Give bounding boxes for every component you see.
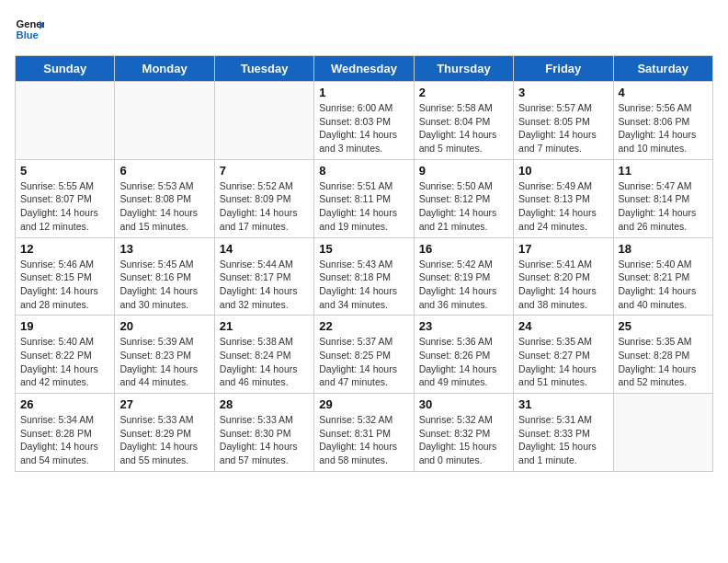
- cell-info: Sunrise: 5:50 AM Sunset: 8:12 PM Dayligh…: [419, 179, 508, 234]
- day-number: 31: [518, 397, 608, 411]
- calendar-cell: 25Sunrise: 5:35 AM Sunset: 8:28 PM Dayli…: [613, 316, 712, 394]
- calendar-cell: 30Sunrise: 5:32 AM Sunset: 8:32 PM Dayli…: [414, 394, 513, 472]
- day-number: 26: [20, 397, 109, 411]
- calendar-cell: 9Sunrise: 5:50 AM Sunset: 8:12 PM Daylig…: [414, 159, 513, 237]
- calendar-cell: [613, 394, 712, 472]
- day-number: 9: [419, 164, 508, 178]
- weekday-header-monday: Monday: [115, 56, 214, 82]
- day-number: 11: [619, 164, 708, 178]
- cell-info: Sunrise: 5:53 AM Sunset: 8:08 PM Dayligh…: [119, 179, 209, 234]
- day-number: 25: [619, 319, 708, 333]
- calendar-cell: 15Sunrise: 5:43 AM Sunset: 8:18 PM Dayli…: [314, 237, 414, 316]
- calendar-cell: 22Sunrise: 5:37 AM Sunset: 8:25 PM Dayli…: [314, 316, 414, 394]
- calendar-cell: 20Sunrise: 5:39 AM Sunset: 8:23 PM Dayli…: [115, 316, 214, 394]
- day-number: 13: [119, 242, 209, 256]
- day-number: 5: [20, 164, 109, 178]
- cell-info: Sunrise: 5:32 AM Sunset: 8:31 PM Dayligh…: [319, 413, 408, 467]
- calendar-cell: 1Sunrise: 6:00 AM Sunset: 8:03 PM Daylig…: [314, 82, 414, 160]
- calendar-cell: 18Sunrise: 5:40 AM Sunset: 8:21 PM Dayli…: [613, 237, 712, 316]
- calendar-cell: [115, 82, 214, 160]
- day-number: 3: [518, 86, 608, 99]
- svg-text:Blue: Blue: [17, 29, 39, 40]
- day-number: 7: [220, 164, 309, 178]
- day-number: 30: [419, 397, 508, 411]
- day-number: 16: [419, 242, 508, 256]
- day-number: 17: [518, 242, 608, 256]
- day-number: 20: [119, 319, 209, 333]
- calendar-table: SundayMondayTuesdayWednesdayThursdayFrid…: [15, 55, 713, 472]
- day-number: 18: [619, 242, 708, 256]
- weekday-header-wednesday: Wednesday: [314, 56, 414, 82]
- cell-info: Sunrise: 5:44 AM Sunset: 8:17 PM Dayligh…: [220, 258, 309, 312]
- cell-info: Sunrise: 5:57 AM Sunset: 8:05 PM Dayligh…: [518, 101, 608, 155]
- calendar-cell: 13Sunrise: 5:45 AM Sunset: 8:16 PM Dayli…: [115, 237, 214, 316]
- day-number: 6: [119, 164, 209, 178]
- calendar-cell: [214, 82, 313, 160]
- cell-info: Sunrise: 6:00 AM Sunset: 8:03 PM Dayligh…: [319, 101, 408, 155]
- cell-info: Sunrise: 5:40 AM Sunset: 8:21 PM Dayligh…: [619, 258, 708, 312]
- calendar-cell: 2Sunrise: 5:58 AM Sunset: 8:04 PM Daylig…: [414, 82, 513, 160]
- day-number: 12: [20, 242, 109, 256]
- calendar-cell: 24Sunrise: 5:35 AM Sunset: 8:27 PM Dayli…: [514, 316, 613, 394]
- calendar-cell: 21Sunrise: 5:38 AM Sunset: 8:24 PM Dayli…: [214, 316, 313, 394]
- cell-info: Sunrise: 5:33 AM Sunset: 8:29 PM Dayligh…: [119, 413, 209, 467]
- weekday-header-friday: Friday: [514, 56, 613, 82]
- cell-info: Sunrise: 5:51 AM Sunset: 8:11 PM Dayligh…: [319, 179, 408, 234]
- cell-info: Sunrise: 5:37 AM Sunset: 8:25 PM Dayligh…: [319, 335, 408, 389]
- logo-icon: General Blue: [15, 15, 44, 44]
- weekday-header-tuesday: Tuesday: [214, 56, 313, 82]
- calendar-cell: 7Sunrise: 5:52 AM Sunset: 8:09 PM Daylig…: [214, 159, 313, 237]
- day-number: 2: [419, 86, 508, 99]
- cell-info: Sunrise: 5:35 AM Sunset: 8:27 PM Dayligh…: [518, 335, 608, 389]
- cell-info: Sunrise: 5:56 AM Sunset: 8:06 PM Dayligh…: [619, 101, 708, 155]
- cell-info: Sunrise: 5:55 AM Sunset: 8:07 PM Dayligh…: [20, 179, 109, 234]
- day-number: 8: [319, 164, 408, 178]
- day-number: 22: [319, 319, 408, 333]
- cell-info: Sunrise: 5:35 AM Sunset: 8:28 PM Dayligh…: [619, 335, 708, 389]
- day-number: 1: [319, 86, 408, 99]
- cell-info: Sunrise: 5:41 AM Sunset: 8:20 PM Dayligh…: [518, 258, 608, 312]
- day-number: 15: [319, 242, 408, 256]
- weekday-header-sunday: Sunday: [16, 56, 115, 82]
- calendar-cell: 27Sunrise: 5:33 AM Sunset: 8:29 PM Dayli…: [115, 394, 214, 472]
- cell-info: Sunrise: 5:43 AM Sunset: 8:18 PM Dayligh…: [319, 258, 408, 312]
- calendar-cell: 31Sunrise: 5:31 AM Sunset: 8:33 PM Dayli…: [514, 394, 613, 472]
- calendar-cell: 5Sunrise: 5:55 AM Sunset: 8:07 PM Daylig…: [16, 159, 115, 237]
- cell-info: Sunrise: 5:52 AM Sunset: 8:09 PM Dayligh…: [220, 179, 309, 234]
- calendar-cell: 3Sunrise: 5:57 AM Sunset: 8:05 PM Daylig…: [514, 82, 613, 160]
- cell-info: Sunrise: 5:47 AM Sunset: 8:14 PM Dayligh…: [619, 179, 708, 234]
- page-header: General Blue: [15, 15, 713, 44]
- weekday-header-thursday: Thursday: [414, 56, 513, 82]
- cell-info: Sunrise: 5:46 AM Sunset: 8:15 PM Dayligh…: [20, 258, 109, 312]
- cell-info: Sunrise: 5:33 AM Sunset: 8:30 PM Dayligh…: [220, 413, 309, 467]
- day-number: 21: [220, 319, 309, 333]
- day-number: 19: [20, 319, 109, 333]
- cell-info: Sunrise: 5:45 AM Sunset: 8:16 PM Dayligh…: [119, 258, 209, 312]
- calendar-cell: 10Sunrise: 5:49 AM Sunset: 8:13 PM Dayli…: [514, 159, 613, 237]
- day-number: 10: [518, 164, 608, 178]
- day-number: 27: [119, 397, 209, 411]
- calendar-cell: [16, 82, 115, 160]
- day-number: 14: [220, 242, 309, 256]
- calendar-cell: 12Sunrise: 5:46 AM Sunset: 8:15 PM Dayli…: [16, 237, 115, 316]
- calendar-cell: 6Sunrise: 5:53 AM Sunset: 8:08 PM Daylig…: [115, 159, 214, 237]
- weekday-header-saturday: Saturday: [613, 56, 712, 82]
- calendar-cell: 14Sunrise: 5:44 AM Sunset: 8:17 PM Dayli…: [214, 237, 313, 316]
- cell-info: Sunrise: 5:39 AM Sunset: 8:23 PM Dayligh…: [119, 335, 209, 389]
- cell-info: Sunrise: 5:49 AM Sunset: 8:13 PM Dayligh…: [518, 179, 608, 234]
- cell-info: Sunrise: 5:31 AM Sunset: 8:33 PM Dayligh…: [518, 413, 608, 467]
- calendar-cell: 23Sunrise: 5:36 AM Sunset: 8:26 PM Dayli…: [414, 316, 513, 394]
- calendar-cell: 19Sunrise: 5:40 AM Sunset: 8:22 PM Dayli…: [16, 316, 115, 394]
- day-number: 4: [619, 86, 708, 99]
- calendar-cell: 17Sunrise: 5:41 AM Sunset: 8:20 PM Dayli…: [514, 237, 613, 316]
- calendar-cell: 8Sunrise: 5:51 AM Sunset: 8:11 PM Daylig…: [314, 159, 414, 237]
- calendar-cell: 11Sunrise: 5:47 AM Sunset: 8:14 PM Dayli…: [613, 159, 712, 237]
- calendar-cell: 16Sunrise: 5:42 AM Sunset: 8:19 PM Dayli…: [414, 237, 513, 316]
- day-number: 28: [220, 397, 309, 411]
- calendar-cell: 26Sunrise: 5:34 AM Sunset: 8:28 PM Dayli…: [16, 394, 115, 472]
- cell-info: Sunrise: 5:36 AM Sunset: 8:26 PM Dayligh…: [419, 335, 508, 389]
- calendar-cell: 28Sunrise: 5:33 AM Sunset: 8:30 PM Dayli…: [214, 394, 313, 472]
- cell-info: Sunrise: 5:58 AM Sunset: 8:04 PM Dayligh…: [419, 101, 508, 155]
- cell-info: Sunrise: 5:42 AM Sunset: 8:19 PM Dayligh…: [419, 258, 508, 312]
- calendar-cell: 4Sunrise: 5:56 AM Sunset: 8:06 PM Daylig…: [613, 82, 712, 160]
